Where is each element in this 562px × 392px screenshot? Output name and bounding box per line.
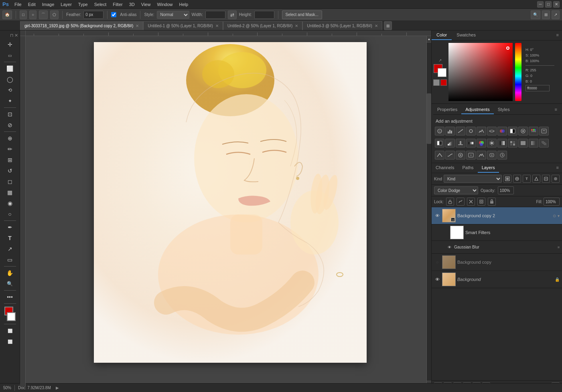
adjustments-tab[interactable]: Adjustments <box>461 105 494 114</box>
zoom-tool[interactable]: 🔍 <box>2 279 18 289</box>
gradient-tool[interactable]: ▦ <box>2 187 18 198</box>
marquee-tool[interactable]: ⬜ <box>2 63 18 74</box>
heal-brush-tool[interactable]: ⊕ <box>2 133 18 143</box>
lasso-tool[interactable]: ⟲ <box>2 85 18 95</box>
select-and-mask-btn[interactable]: Select and Mask... <box>282 10 322 19</box>
pattern-adj[interactable] <box>508 139 517 148</box>
hsl-adj[interactable] <box>487 127 497 135</box>
menu-edit[interactable]: Edit <box>25 1 39 8</box>
width-input[interactable] <box>205 11 225 19</box>
hand-tool[interactable]: ✋ <box>2 268 18 278</box>
menu-view[interactable]: View <box>138 1 154 8</box>
exposure-adj[interactable] <box>466 127 476 135</box>
menu-image[interactable]: Image <box>39 1 58 8</box>
layers-tab[interactable]: Layers <box>478 163 499 173</box>
tab-0[interactable]: girl-3033718_1920.jpg @ 50% (Background … <box>20 21 143 30</box>
colorbalance-adj[interactable] <box>497 127 507 135</box>
feather-input[interactable] <box>83 11 103 19</box>
channels-tab[interactable]: Channels <box>432 163 458 173</box>
background-swatch[interactable] <box>438 68 446 77</box>
menu-filter[interactable]: Filter <box>110 1 126 8</box>
eyedropper-tool[interactable]: ⊘ <box>2 120 18 130</box>
type-tool[interactable]: T <box>2 233 18 243</box>
canvas-content[interactable] <box>26 36 426 387</box>
layer-eye-bg-copy-2[interactable]: 👁 <box>434 212 440 219</box>
swap-colors-btn[interactable]: ↗ <box>438 58 442 63</box>
layer-arrow-icon[interactable]: ▾ <box>558 214 560 218</box>
brightness2-adj[interactable] <box>487 139 497 148</box>
maximize-btn[interactable]: □ <box>545 1 552 8</box>
brightness-contrast-adj[interactable] <box>435 127 444 135</box>
menu-layer[interactable]: Layer <box>57 1 75 8</box>
filter-smart-btn[interactable] <box>542 175 550 183</box>
bright3-adj[interactable] <box>477 151 486 160</box>
paths-tab[interactable]: Paths <box>458 163 477 173</box>
share-btn[interactable]: ↗ <box>552 10 560 19</box>
levels-adj[interactable] <box>445 127 455 135</box>
eraser-tool[interactable]: ◻ <box>2 176 18 187</box>
toolbar-pin-icon[interactable]: ⊓ <box>10 33 14 38</box>
document-canvas[interactable] <box>94 42 367 363</box>
colorlookup-adj[interactable] <box>539 127 549 135</box>
photo-filter-adj[interactable] <box>518 127 528 135</box>
filter-pixel-btn[interactable] <box>503 175 511 183</box>
path-select-tool[interactable]: ↗ <box>2 244 18 254</box>
menu-help[interactable]: Help <box>176 1 192 8</box>
hex-input[interactable] <box>525 85 550 91</box>
background-color[interactable] <box>7 312 16 321</box>
pattern-fill-adj[interactable] <box>539 139 549 148</box>
shape-option-lasso[interactable]: ⌒ <box>39 10 48 19</box>
adj6[interactable] <box>487 151 497 160</box>
adjustments-menu[interactable]: ≡ <box>552 105 560 114</box>
bw-adj[interactable] <box>508 127 517 135</box>
shape-option-poly[interactable]: ⬠ <box>50 10 59 19</box>
gaussian-settings-icon[interactable]: ≡ <box>558 245 560 249</box>
tab-3[interactable]: Untitled-3 @ 50% (Layer 1, RGB/8#) ✕ <box>302 21 382 30</box>
curves-adj[interactable] <box>456 127 465 135</box>
color-panel-menu[interactable]: ≡ <box>553 30 562 40</box>
ellipse-marquee-tool[interactable]: ◯ <box>2 74 18 85</box>
vibrance-adj[interactable] <box>477 127 486 135</box>
blend-mode-select[interactable]: Normal Dissolve Darken Multiply Color Bu… <box>434 186 478 194</box>
more-tools-btn[interactable]: ••• <box>2 292 18 302</box>
styles-tab[interactable]: Styles <box>494 105 514 114</box>
blur-tool[interactable]: ◉ <box>2 198 18 208</box>
search-btn[interactable]: 🔍 <box>531 10 540 19</box>
lock-artboard-btn[interactable] <box>477 198 485 206</box>
curves2-adj[interactable] <box>445 151 455 160</box>
layer-bg-copy-2[interactable]: 👁 ⊞ Background copy 2 ⊙ ▾ <box>432 207 562 224</box>
swatches-tab[interactable]: Swatches <box>452 30 481 40</box>
tab-0-close[interactable]: ✕ <box>136 24 139 28</box>
levels2-adj[interactable] <box>435 151 444 160</box>
properties-tab[interactable]: Properties <box>433 105 461 114</box>
color-tab[interactable]: Color <box>432 30 452 40</box>
filter-type-btn[interactable]: T <box>523 175 531 183</box>
brush-tool[interactable]: ✏ <box>2 144 18 154</box>
quick-select-tool[interactable]: ✦ <box>2 96 18 106</box>
sub-eye-gaussian[interactable]: 👁 <box>446 244 452 251</box>
anti-alias-checkbox[interactable] <box>111 12 116 17</box>
shape-option-ellipse[interactable]: ○ <box>29 10 37 19</box>
selective-color-adj[interactable] <box>477 139 486 148</box>
gradient-map-adj[interactable] <box>466 139 476 148</box>
history-brush-tool[interactable]: ↺ <box>2 166 18 176</box>
filter-adjustment-btn[interactable] <box>513 175 521 183</box>
dodge-tool[interactable]: ○ <box>2 209 18 219</box>
swap-wh-btn[interactable]: ⇄ <box>228 10 237 19</box>
move-tool[interactable]: ✛ <box>2 39 18 50</box>
v-scrollbar[interactable]: ▲ ▼ <box>426 36 431 387</box>
clone-stamp-tool[interactable]: ⊞ <box>2 155 18 165</box>
artboard-tool[interactable]: ▭ <box>2 50 18 61</box>
tab-1-close[interactable]: ✕ <box>215 24 219 28</box>
solid-color-adj[interactable] <box>518 139 528 148</box>
arrange-docs-btn[interactable]: ⊞ <box>384 21 392 30</box>
menu-window[interactable]: Window <box>154 1 176 8</box>
menu-select[interactable]: Select <box>91 1 110 8</box>
minimize-btn[interactable]: ─ <box>537 1 544 8</box>
shadow-highlight-adj[interactable] <box>497 139 507 148</box>
toolbar-close-icon[interactable]: ✕ <box>14 33 18 38</box>
status-arrow-btn[interactable]: ▶ <box>56 386 59 390</box>
lock-transparent-btn[interactable] <box>446 198 454 206</box>
fill-input[interactable] <box>544 198 560 206</box>
menu-file[interactable]: File <box>11 1 25 8</box>
